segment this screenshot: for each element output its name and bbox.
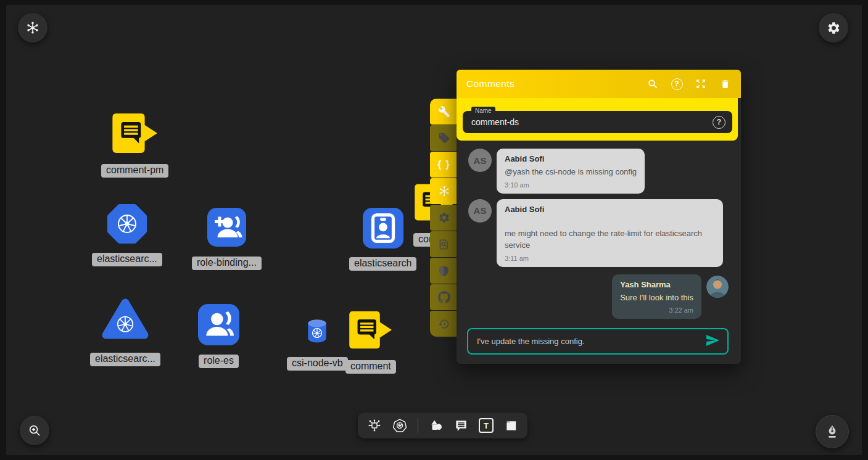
message-text: @yash the csi-node is missing config <box>505 166 637 178</box>
name-field-label: Name <box>471 107 495 115</box>
tag-icon <box>438 132 450 144</box>
help-glyph: ? <box>674 80 679 88</box>
search-icon[interactable] <box>647 78 659 90</box>
node-label: elasticsearc... <box>92 253 162 266</box>
name-input[interactable] <box>463 117 713 127</box>
kubernetes-icon[interactable] <box>392 418 407 433</box>
message-text: Sure I'll look into this <box>620 292 693 304</box>
avatar: AS <box>468 199 492 223</box>
logo-button[interactable] <box>18 13 48 43</box>
text-tool-glyph: T <box>484 421 489 430</box>
text-tool-icon[interactable]: T <box>479 418 494 433</box>
message-text: me might need to change the rate-limit f… <box>505 228 715 252</box>
github-icon <box>438 291 450 303</box>
doc-search-icon <box>438 239 450 250</box>
node-label: comment <box>345 360 396 374</box>
message: AS Aabid Sofi @yash the csi-node is miss… <box>468 149 729 194</box>
message-bubble: Aabid Sofi me might need to change the r… <box>497 199 723 267</box>
meshery-snowflake-icon <box>25 20 40 35</box>
toolbar-configure-button[interactable] <box>430 99 458 125</box>
shapes-icon[interactable] <box>429 418 444 433</box>
comment-node-icon <box>348 308 394 354</box>
comment-tool-icon[interactable] <box>454 419 468 433</box>
message: AS Aabid Sofi me might need to change th… <box>468 199 729 267</box>
storage-cylinder-icon <box>305 318 329 347</box>
node-elasticsearch-triangle[interactable]: elasticsearc... <box>90 298 160 366</box>
node-elasticsearch[interactable]: elasticsearch <box>349 208 416 271</box>
role-icon <box>198 304 239 348</box>
toolbar-divider <box>418 418 418 433</box>
expand-icon[interactable] <box>695 78 707 90</box>
node-label: csi-node-vb <box>287 357 348 371</box>
message-bubble: Aabid Sofi @yash the csi-node is missing… <box>497 149 645 194</box>
toolbar-tag-button[interactable] <box>430 125 458 151</box>
avatar: AS <box>468 149 492 172</box>
name-field: Name ? <box>463 111 732 133</box>
message-author: Yash Sharma <box>620 280 693 289</box>
message-time: 3:10 am <box>505 181 637 189</box>
node-elasticsearch-octagon[interactable]: elasticsearc... <box>92 203 162 266</box>
node-csi-node-vb[interactable]: csi-node-vb <box>287 318 348 371</box>
help-icon[interactable]: ? <box>671 78 683 90</box>
snowflake-icon <box>437 184 451 198</box>
shield-icon <box>438 265 450 277</box>
gear-icon <box>438 212 450 224</box>
zoom-in-icon <box>28 424 42 438</box>
toolbar-github-button[interactable] <box>430 284 458 310</box>
toolbar-meshery-button[interactable] <box>430 178 458 204</box>
node-label: role-es <box>199 355 239 368</box>
service-account-badge-icon <box>363 208 403 251</box>
comment-composer <box>467 328 729 355</box>
wrench-icon <box>438 105 450 118</box>
panel-title: Comments <box>466 78 647 89</box>
avatar <box>706 276 729 298</box>
message-list: AS Aabid Sofi @yash the csi-node is miss… <box>457 141 741 319</box>
settings-gear-icon <box>827 21 841 35</box>
message: Yash Sharma Sure I'll look into this 3:2… <box>468 274 729 319</box>
zoom-button[interactable] <box>20 416 49 445</box>
node-label: elasticsearch <box>349 257 416 271</box>
note-tool-icon[interactable] <box>504 419 518 433</box>
kubernetes-triangle-icon <box>101 298 149 343</box>
node-role-binding[interactable]: role-binding... <box>192 208 262 270</box>
shape-toolbar: T <box>358 413 527 438</box>
field-help-icon[interactable]: ? <box>713 116 725 129</box>
avatar-initials: AS <box>474 205 487 216</box>
node-label: elasticsearc... <box>90 353 160 366</box>
name-field-highlight: Name ? <box>457 98 738 141</box>
toolbar-settings-button[interactable] <box>430 205 458 231</box>
comment-node-icon <box>111 111 159 158</box>
help-glyph: ? <box>717 118 721 126</box>
node-comment-pm[interactable]: comment-pm <box>101 111 168 178</box>
node-label: comment-pm <box>101 164 168 178</box>
pen-tool-button[interactable] <box>816 415 849 448</box>
message-time: 3:11 am <box>505 255 715 262</box>
toolbar-history-button[interactable] <box>430 311 458 337</box>
message-time: 3:22 am <box>620 306 693 314</box>
comment-input[interactable] <box>476 336 705 347</box>
app-window: comment-pm elasticsearc... role-binding.… <box>0 0 868 460</box>
avatar-initials: AS <box>474 155 487 166</box>
toolbar-doc-search-button[interactable] <box>430 231 458 257</box>
comments-panel: Comments ? Name ? AS Aabid Sofi @yash th… <box>457 70 741 364</box>
infrastructure-icon[interactable] <box>367 418 382 433</box>
message-author: Aabid Sofi <box>505 205 715 214</box>
delete-icon[interactable] <box>719 78 731 90</box>
toolbar-security-button[interactable] <box>430 258 458 284</box>
settings-button[interactable] <box>819 13 848 43</box>
history-icon <box>438 318 450 330</box>
node-action-toolbar: { } <box>430 99 458 337</box>
kubernetes-octagon-icon <box>106 203 148 247</box>
role-binding-icon <box>207 208 246 249</box>
braces-icon: { } <box>437 158 450 171</box>
toolbar-json-button[interactable]: { } <box>430 152 458 178</box>
node-label: role-binding... <box>192 257 262 270</box>
message-author: Aabid Sofi <box>505 154 637 163</box>
node-comment[interactable]: comment <box>345 308 396 374</box>
pen-nib-icon <box>824 424 840 440</box>
message-bubble: Yash Sharma Sure I'll look into this 3:2… <box>612 274 701 319</box>
node-role-es[interactable]: role-es <box>198 304 239 368</box>
send-icon[interactable] <box>705 333 720 350</box>
comments-panel-header[interactable]: Comments ? <box>457 70 741 98</box>
